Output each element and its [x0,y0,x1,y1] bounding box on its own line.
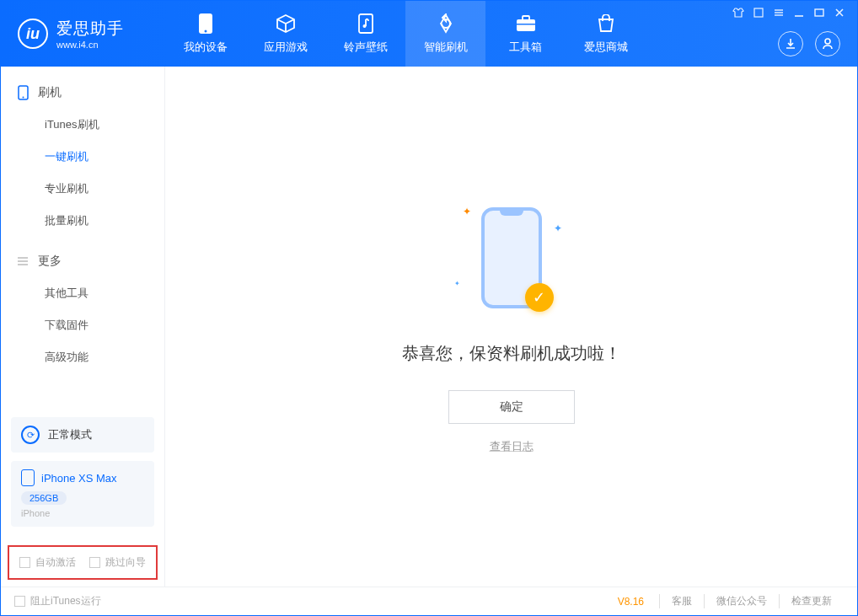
sidebar-group-more[interactable]: 更多 [1,245,164,277]
sidebar-item-advanced[interactable]: 高级功能 [1,341,164,373]
shop-icon [595,13,617,35]
sidebar-group-title: 刷机 [38,85,62,100]
logo-text: 爱思助手 www.i4.cn [56,18,124,50]
sidebar-item-download-firmware[interactable]: 下载固件 [1,309,164,341]
user-icon[interactable] [815,31,840,56]
sparkle-icon: ✦ [454,280,460,287]
device-name: iPhone XS Max [41,472,117,485]
footer-right: V8.16 客服 微信公众号 检查更新 [618,594,844,608]
phone-icon [16,86,29,99]
device-storage: 256GB [21,491,67,505]
device-title: iPhone XS Max [21,469,144,486]
logo-area: iu 爱思助手 www.i4.cn [1,1,165,67]
window-controls [732,1,857,24]
nav-tab-label: 我的设备 [184,40,228,55]
phone-notch [500,211,523,216]
download-icon[interactable] [778,31,803,56]
menu-icon[interactable] [753,7,764,19]
toolbox-icon [515,13,537,35]
success-area: ✦ ✦ ✦ ✓ 恭喜您，保资料刷机成功啦！ 确定 查看日志 [402,199,621,454]
ok-button[interactable]: 确定 [448,390,575,424]
checkbox-label: 跳过向导 [105,555,146,570]
sidebar: 刷机 iTunes刷机 一键刷机 专业刷机 批量刷机 更多 其他工具 下载固件 … [1,67,165,587]
nav-tab-flash[interactable]: 智能刷机 [405,1,485,67]
sidebar-bottom: ⟳ 正常模式 iPhone XS Max 256GB iPhone [1,407,164,545]
sidebar-item-onekey-flash[interactable]: 一键刷机 [1,141,164,173]
close-button[interactable] [834,7,845,19]
cube-icon [275,13,297,35]
header: iu 爱思助手 www.i4.cn 我的设备 应用游戏 铃声壁纸 智能刷机 [1,1,857,67]
sidebar-item-batch-flash[interactable]: 批量刷机 [1,205,164,237]
nav-tab-shop[interactable]: 爱思商城 [566,1,646,67]
app-title: 爱思助手 [56,18,124,40]
footer-link-update[interactable]: 检查更新 [779,594,844,608]
version-label: V8.16 [618,596,644,608]
device-type: iPhone [21,508,144,518]
svg-point-1 [204,30,206,33]
checkbox-label: 自动激活 [35,555,76,570]
sidebar-item-other-tools[interactable]: 其他工具 [1,277,164,309]
device-card[interactable]: iPhone XS Max 256GB iPhone [11,461,154,527]
svg-rect-12 [815,9,823,16]
list-icon[interactable] [773,7,785,19]
success-text: 恭喜您，保资料刷机成功啦！ [402,342,621,365]
svg-rect-5 [523,16,529,20]
minimize-button[interactable] [793,7,805,19]
body: 刷机 iTunes刷机 一键刷机 专业刷机 批量刷机 更多 其他工具 下载固件 … [1,67,857,587]
sidebar-scroll: 刷机 iTunes刷机 一键刷机 专业刷机 批量刷机 更多 其他工具 下载固件 … [1,67,164,407]
footer-link-wechat[interactable]: 微信公众号 [704,594,779,608]
mode-card[interactable]: ⟳ 正常模式 [11,417,154,453]
header-actions [778,31,840,56]
mode-icon: ⟳ [21,426,40,444]
svg-rect-4 [517,19,535,31]
sidebar-item-itunes-flash[interactable]: iTunes刷机 [1,109,164,141]
device-icon [195,13,217,35]
sidebar-group-flash[interactable]: 刷机 [1,77,164,109]
main-content: ✦ ✦ ✦ ✓ 恭喜您，保资料刷机成功啦！ 确定 查看日志 [165,67,857,587]
checkbox-icon [14,596,25,607]
checkbox-icon [19,557,30,568]
refresh-icon [435,13,457,35]
nav-tab-apps[interactable]: 应用游戏 [245,1,325,67]
phone-illustration: ✦ ✦ ✦ ✓ [469,199,554,317]
sidebar-group-title: 更多 [38,254,62,269]
mode-label: 正常模式 [48,427,92,442]
view-log-link[interactable]: 查看日志 [490,439,534,454]
nav-tab-device[interactable]: 我的设备 [165,1,245,67]
checkbox-label: 阻止iTunes运行 [30,594,101,608]
maximize-button[interactable] [813,7,825,19]
footer-left: 阻止iTunes运行 [14,594,101,608]
svg-point-17 [22,97,24,99]
highlight-box: 自动激活 跳过向导 [8,545,158,580]
nav-tab-label: 智能刷机 [424,40,468,55]
svg-point-3 [362,24,366,28]
footer: 阻止iTunes运行 V8.16 客服 微信公众号 检查更新 [1,587,857,615]
svg-rect-7 [754,8,763,17]
logo-icon: iu [18,19,48,49]
nav-tab-label: 应用游戏 [264,40,308,55]
sparkle-icon: ✦ [554,222,562,234]
device-phone-icon [21,469,35,486]
svg-rect-6 [517,24,535,25]
nav-tab-label: 爱思商城 [584,40,628,55]
music-icon [355,13,377,35]
checkbox-icon [89,557,100,568]
app-window: iu 爱思助手 www.i4.cn 我的设备 应用游戏 铃声壁纸 智能刷机 [0,0,858,616]
nav-tab-label: 工具箱 [509,40,542,55]
nav-tab-ringtones[interactable]: 铃声壁纸 [325,1,405,67]
checkbox-auto-activate[interactable]: 自动激活 [19,555,76,570]
sidebar-item-pro-flash[interactable]: 专业刷机 [1,173,164,205]
nav-tab-label: 铃声壁纸 [344,40,388,55]
footer-link-support[interactable]: 客服 [659,594,704,608]
more-icon [16,254,29,268]
checkbox-stop-itunes[interactable]: 阻止iTunes运行 [14,594,101,608]
checkbox-skip-guide[interactable]: 跳过向导 [89,555,146,570]
skin-icon[interactable] [732,7,744,19]
sparkle-icon: ✦ [463,206,471,217]
svg-point-15 [825,39,830,44]
app-subtitle: www.i4.cn [56,40,124,50]
nav-tab-toolbox[interactable]: 工具箱 [485,1,566,67]
check-badge-icon: ✓ [525,283,554,312]
